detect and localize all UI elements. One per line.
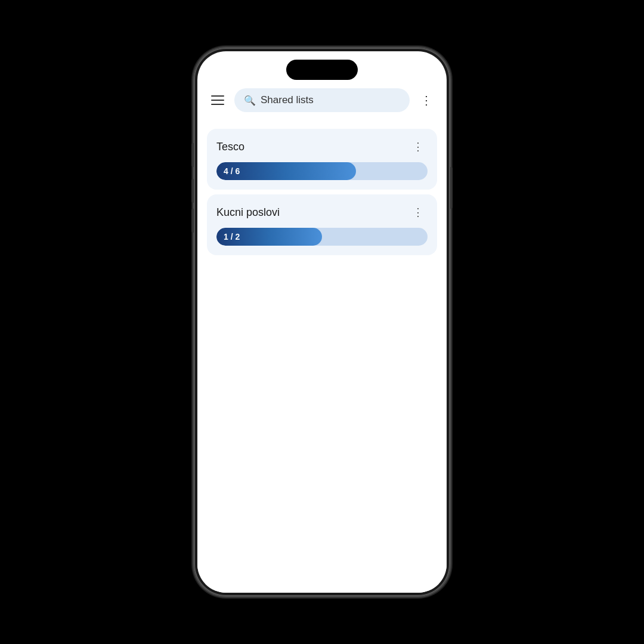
- hamburger-line-3: [211, 104, 224, 105]
- dynamic-island: [286, 60, 358, 80]
- search-bar[interactable]: 🔍 Shared lists: [234, 88, 410, 112]
- search-icon: 🔍: [244, 95, 256, 106]
- progress-fill-kucni-poslovi: 1 / 2: [216, 228, 322, 246]
- phone-frame: 📝 🔍 Shared lists ⋮ Te: [194, 48, 450, 596]
- list-title-tesco: Tesco: [216, 141, 244, 153]
- hamburger-button[interactable]: [207, 89, 228, 111]
- search-label: Shared lists: [261, 94, 314, 106]
- list-card-header-kucni-poslovi: Kucni poslovi ⋮: [216, 203, 428, 222]
- more-vert-icon-tesco: ⋮: [413, 140, 424, 153]
- progress-bar-kucni-poslovi: 1 / 2: [216, 228, 428, 246]
- hamburger-line-2: [211, 100, 224, 101]
- list-card-kucni-poslovi[interactable]: Kucni poslovi ⋮ 1 / 2: [207, 194, 437, 255]
- progress-label-kucni-poslovi: 1 / 2: [224, 232, 240, 242]
- list-more-button-kucni-poslovi[interactable]: ⋮: [408, 203, 428, 222]
- header-more-button[interactable]: ⋮: [416, 89, 437, 111]
- lists-content: Tesco ⋮ 4 / 6 Kucni poslovi ⋮: [197, 119, 447, 593]
- hamburger-line-1: [211, 95, 224, 97]
- list-card-header-tesco: Tesco ⋮: [216, 137, 428, 156]
- list-more-button-tesco[interactable]: ⋮: [408, 137, 428, 156]
- top-bar: 🔍 Shared lists ⋮: [197, 83, 447, 119]
- more-vert-icon-kucni-poslovi: ⋮: [413, 206, 424, 219]
- list-title-kucni-poslovi: Kucni poslovi: [216, 206, 280, 219]
- progress-fill-tesco: 4 / 6: [216, 162, 356, 180]
- progress-bar-tesco: 4 / 6: [216, 162, 428, 180]
- phone-screen: 📝 🔍 Shared lists ⋮ Te: [197, 51, 447, 593]
- more-vert-icon: ⋮: [420, 93, 433, 107]
- list-card-tesco[interactable]: Tesco ⋮ 4 / 6: [207, 129, 437, 190]
- progress-label-tesco: 4 / 6: [224, 166, 240, 176]
